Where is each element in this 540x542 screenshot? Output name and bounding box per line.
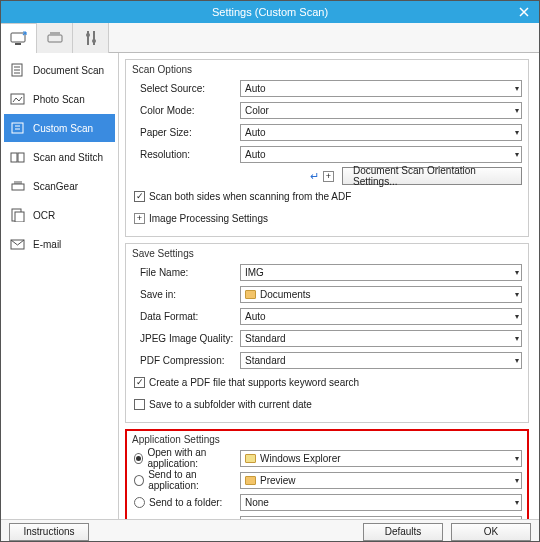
sidebar-item-ocr[interactable]: OCR: [4, 201, 115, 229]
save-in-combo[interactable]: Documents▾: [240, 286, 522, 303]
scan-options-group: Scan Options Select Source: Auto▾ Color …: [125, 59, 529, 237]
app-settings-legend: Application Settings: [132, 434, 522, 445]
send-to-folder-radio[interactable]: [134, 497, 145, 508]
sidebar-item-label: Custom Scan: [33, 123, 93, 134]
open-with-app-radio[interactable]: [134, 453, 143, 464]
select-source-label: Select Source:: [132, 83, 240, 94]
sidebar-item-label: ScanGear: [33, 181, 78, 192]
send-to-app-radio[interactable]: [134, 475, 144, 486]
svg-rect-13: [12, 123, 23, 133]
resolution-combo[interactable]: Auto▾: [240, 146, 522, 163]
sidebar-item-label: Scan and Stitch: [33, 152, 103, 163]
attach-email-label: Attach to e-mail:: [149, 519, 221, 520]
application-settings-group: Application Settings Open with an applic…: [125, 429, 529, 519]
svg-rect-3: [50, 32, 60, 35]
svg-rect-17: [18, 153, 24, 162]
sidebar-item-photo-scan[interactable]: Photo Scan: [4, 85, 115, 113]
send-to-app-combo[interactable]: Preview▾: [240, 472, 522, 489]
create-pdf-label: Create a PDF file that supports keyword …: [149, 377, 359, 388]
svg-rect-18: [12, 184, 24, 190]
chevron-down-icon: ▾: [515, 312, 519, 321]
chevron-down-icon: ▾: [515, 268, 519, 277]
sidebar: Document Scan Photo Scan Custom Scan Sca…: [1, 53, 119, 519]
data-format-label: Data Format:: [132, 311, 240, 322]
chevron-down-icon: ▾: [515, 334, 519, 343]
top-tab-bar: [1, 23, 539, 53]
refresh-icon[interactable]: ↵: [310, 170, 319, 183]
svg-rect-1: [15, 43, 21, 45]
save-settings-group: Save Settings File Name: IMG▾ Save in: D…: [125, 243, 529, 423]
attach-email-combo[interactable]: None (Attach Manually)▾: [240, 516, 522, 520]
send-to-folder-label: Send to a folder:: [149, 497, 222, 508]
jpeg-quality-label: JPEG Image Quality:: [132, 333, 240, 344]
send-to-folder-combo[interactable]: None▾: [240, 494, 522, 511]
svg-rect-2: [48, 35, 62, 42]
sidebar-item-document-scan[interactable]: Document Scan: [4, 56, 115, 84]
chevron-down-icon: ▾: [515, 106, 519, 115]
email-icon: [9, 236, 27, 252]
document-icon: [9, 62, 27, 78]
both-sides-checkbox[interactable]: ✓: [134, 191, 145, 202]
defaults-button[interactable]: Defaults: [363, 523, 443, 541]
svg-rect-16: [11, 153, 17, 162]
pdf-compression-combo[interactable]: Standard▾: [240, 352, 522, 369]
paper-size-combo[interactable]: Auto▾: [240, 124, 522, 141]
save-in-label: Save in:: [132, 289, 240, 300]
sidebar-item-scan-and-stitch[interactable]: Scan and Stitch: [4, 143, 115, 171]
chevron-down-icon: ▾: [515, 290, 519, 299]
chevron-down-icon: ▾: [515, 454, 519, 463]
ok-button[interactable]: OK: [451, 523, 531, 541]
attach-email-radio[interactable]: [134, 519, 145, 520]
chevron-down-icon: ▾: [515, 498, 519, 507]
content-panel: Scan Options Select Source: Auto▾ Color …: [119, 53, 539, 519]
image-processing-label: Image Processing Settings: [149, 213, 268, 224]
sidebar-item-scangear[interactable]: ScanGear: [4, 172, 115, 200]
stitch-icon: [9, 149, 27, 165]
color-mode-label: Color Mode:: [132, 105, 240, 116]
subfolder-checkbox[interactable]: [134, 399, 145, 410]
tab-scan-from-panel[interactable]: [37, 23, 73, 53]
dialog-footer: Instructions Defaults OK: [1, 519, 539, 542]
folder-icon: [245, 290, 256, 299]
chevron-down-icon: ▾: [515, 84, 519, 93]
expand-image-processing-icon[interactable]: +: [134, 213, 145, 224]
expand-orientation-icon[interactable]: +: [323, 171, 334, 182]
close-icon[interactable]: [509, 1, 539, 23]
chevron-down-icon: ▾: [515, 150, 519, 159]
select-source-combo[interactable]: Auto▾: [240, 80, 522, 97]
jpeg-quality-combo[interactable]: Standard▾: [240, 330, 522, 347]
orientation-settings-button[interactable]: Document Scan Orientation Settings...: [342, 167, 522, 185]
tab-scan-from-computer[interactable]: [1, 23, 37, 53]
open-with-app-combo[interactable]: Windows Explorer▾: [240, 450, 522, 467]
sidebar-item-email[interactable]: E-mail: [4, 230, 115, 258]
chevron-down-icon: ▾: [515, 476, 519, 485]
instructions-button[interactable]: Instructions: [9, 523, 89, 541]
paper-size-label: Paper Size:: [132, 127, 240, 138]
color-mode-combo[interactable]: Color▾: [240, 102, 522, 119]
resolution-label: Resolution:: [132, 149, 240, 160]
both-sides-label: Scan both sides when scanning from the A…: [149, 191, 351, 202]
sidebar-item-label: E-mail: [33, 239, 61, 250]
chevron-down-icon: ▾: [515, 128, 519, 137]
scangear-icon: [9, 178, 27, 194]
sidebar-item-label: Document Scan: [33, 65, 104, 76]
app-icon: [245, 476, 256, 485]
svg-point-7: [92, 39, 96, 43]
tab-general-settings[interactable]: [73, 23, 109, 53]
file-name-combo[interactable]: IMG▾: [240, 264, 522, 281]
data-format-combo[interactable]: Auto▾: [240, 308, 522, 325]
create-pdf-checkbox[interactable]: ✓: [134, 377, 145, 388]
sidebar-item-custom-scan[interactable]: Custom Scan: [4, 114, 115, 142]
save-settings-legend: Save Settings: [132, 248, 522, 259]
explorer-icon: [245, 454, 256, 463]
ocr-icon: [9, 207, 27, 223]
chevron-down-icon: ▾: [515, 356, 519, 365]
sidebar-item-label: Photo Scan: [33, 94, 85, 105]
pdf-compression-label: PDF Compression:: [132, 355, 240, 366]
svg-rect-21: [15, 212, 24, 222]
sidebar-item-label: OCR: [33, 210, 55, 221]
window-title: Settings (Custom Scan): [212, 6, 328, 18]
file-name-label: File Name:: [132, 267, 240, 278]
scan-options-legend: Scan Options: [132, 64, 522, 75]
photo-icon: [9, 91, 27, 107]
